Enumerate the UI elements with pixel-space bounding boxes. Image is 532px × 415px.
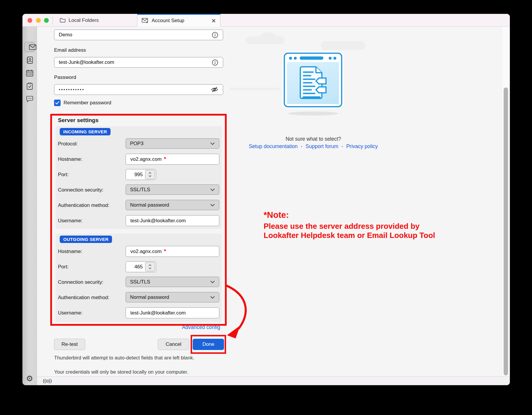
incoming-hostname-input[interactable]: vo2.agnx.com *: [126, 154, 219, 165]
sidebar-item-tasks[interactable]: [25, 81, 35, 91]
tab-bar: Local Folders Account Setup ✕: [22, 14, 510, 27]
incoming-port-input[interactable]: 995: [126, 169, 156, 180]
outgoing-auth-row: Authentication method: Normal password: [58, 292, 219, 303]
tab-local-folders[interactable]: Local Folders: [56, 14, 103, 27]
tab-label: Account Setup: [152, 18, 211, 24]
traffic-light-close[interactable]: [27, 18, 32, 23]
email-label: Email address: [54, 47, 86, 53]
connection-security-label: Connection security:: [58, 187, 103, 193]
email-input[interactable]: test-Junk@lookafter.com: [54, 57, 223, 68]
cancel-button[interactable]: Cancel: [158, 339, 189, 350]
remember-password-label: Remember password: [64, 100, 111, 106]
autodetect-note: Thunderbird will attempt to auto-detect …: [54, 355, 194, 361]
account-name-value: Demo: [59, 32, 72, 38]
incoming-username-input[interactable]: test-Junk@lookafter.com: [126, 215, 219, 226]
server-settings-heading: Server settings: [58, 117, 98, 124]
incoming-port-row: Port: 995: [58, 169, 219, 180]
outgoing-username-input[interactable]: test-Junk@lookafter.com: [126, 307, 219, 318]
port-value: 465: [134, 264, 143, 270]
username-value: test-Junk@lookafter.com: [130, 218, 186, 224]
outgoing-security-row: Connection security: SSL/TLS: [58, 277, 219, 288]
connection-security-select[interactable]: SSL/TLS: [126, 184, 219, 195]
help-links: Setup documentation - Support forum - Pr…: [210, 143, 417, 150]
protocol-label: Protocol:: [58, 141, 78, 147]
mail-icon: [29, 44, 36, 50]
sidebar-item-address-book[interactable]: [25, 55, 35, 65]
annotation-note-title: *Note:: [264, 210, 289, 220]
protocol-select[interactable]: POP3: [126, 138, 219, 149]
email-value: test-Junk@lookafter.com: [59, 59, 114, 65]
gear-icon: ⚙: [26, 374, 33, 383]
cloud-decoration: [261, 32, 276, 40]
sidebar-item-chat[interactable]: [25, 94, 35, 104]
account-name-input[interactable]: Demo: [54, 30, 223, 40]
sidebar-item-settings[interactable]: ⚙: [25, 373, 35, 383]
scrollbar-thumb[interactable]: [504, 87, 508, 375]
browser-dot: [333, 57, 336, 60]
cloud-decoration: [229, 88, 280, 90]
outgoing-hostname-row: Hostname: vo2.agnx.com *: [58, 246, 219, 257]
address-book-icon: [26, 56, 33, 64]
required-asterisk: *: [164, 156, 166, 162]
outgoing-port-input[interactable]: 465: [126, 261, 156, 272]
advanced-config-link[interactable]: Advanced config: [161, 324, 220, 330]
sidebar-item-calendar[interactable]: [25, 68, 35, 78]
username-label: Username:: [58, 218, 82, 224]
folder-icon: [60, 18, 66, 23]
remember-password-checkbox[interactable]: [54, 100, 61, 106]
sidebar-item-mail[interactable]: [25, 42, 35, 52]
traffic-light-zoom[interactable]: [44, 18, 49, 23]
connection-security-value: SSL/TLS: [130, 279, 150, 285]
chevron-down-icon: [210, 188, 215, 191]
auth-method-value: Normal password: [130, 294, 169, 300]
info-icon[interactable]: [212, 59, 218, 66]
illustration-shadow: [288, 111, 338, 116]
password-label: Password: [54, 74, 76, 80]
tab-account-setup[interactable]: Account Setup ✕: [137, 14, 220, 27]
support-forum-link[interactable]: Support forum: [306, 143, 338, 149]
number-stepper[interactable]: [145, 262, 155, 271]
incoming-auth-row: Authentication method: Normal password: [58, 200, 219, 211]
outgoing-server-badge: OUTGOING SERVER: [60, 236, 112, 243]
browser-dot: [289, 57, 292, 60]
traffic-light-minimize[interactable]: [36, 18, 41, 23]
auth-method-select[interactable]: Normal password: [126, 200, 219, 210]
eye-slash-icon[interactable]: [211, 86, 218, 93]
mail-plus-icon: [142, 18, 149, 24]
hostname-value: vo2.agnx.com: [130, 249, 162, 254]
cloud-decoration: [321, 41, 365, 50]
port-value: 995: [134, 172, 143, 178]
incoming-protocol-row: Protocol: POP3: [58, 138, 219, 149]
chevron-down-icon: [210, 204, 215, 207]
help-question: Not sure what to select?: [239, 136, 387, 142]
protocol-value: POP3: [130, 141, 143, 147]
setup-documentation-link[interactable]: Setup documentation: [249, 143, 298, 149]
chat-icon: [26, 96, 33, 103]
incoming-username-row: Username: test-Junk@lookafter.com: [58, 215, 219, 226]
setup-illustration: [284, 53, 342, 107]
info-icon[interactable]: [212, 32, 218, 38]
outgoing-hostname-input[interactable]: vo2.agnx.com *: [126, 246, 219, 257]
hostname-value: vo2.agnx.com: [130, 156, 162, 162]
tabbar-divider: [53, 17, 53, 24]
port-label: Port:: [58, 172, 69, 178]
browser-dot: [329, 57, 332, 60]
auth-method-select[interactable]: Normal password: [126, 292, 219, 302]
done-button[interactable]: Done: [193, 339, 224, 350]
password-masked-value: •••••••••••: [59, 87, 85, 92]
connection-security-select[interactable]: SSL/TLS: [126, 277, 219, 287]
annotation-note-line1: Please use the server address provided b…: [264, 222, 419, 231]
number-stepper[interactable]: [145, 170, 155, 179]
retest-button[interactable]: Re-test: [54, 339, 85, 350]
close-icon[interactable]: ✕: [211, 18, 216, 24]
browser-screen: [287, 62, 339, 104]
connection-security-value: SSL/TLS: [130, 187, 150, 193]
auth-method-label: Authentication method:: [58, 202, 109, 208]
outgoing-username-row: Username: test-Junk@lookafter.com: [58, 307, 219, 318]
privacy-policy-link[interactable]: Privacy policy: [346, 143, 378, 149]
username-value: test-Junk@lookafter.com: [130, 310, 186, 316]
username-label: Username:: [58, 310, 82, 316]
password-input[interactable]: •••••••••••: [54, 84, 223, 95]
port-label: Port:: [58, 264, 69, 270]
required-asterisk: *: [164, 248, 166, 254]
